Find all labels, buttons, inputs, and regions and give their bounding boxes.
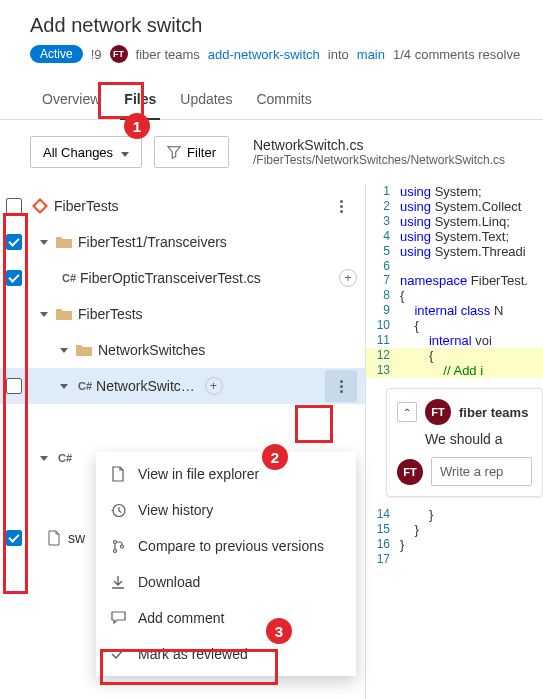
svg-point-3 [120, 545, 123, 548]
source-branch[interactable]: add-network-switch [208, 47, 320, 62]
selected-file-path: /FiberTests/NetworkSwitches/NetworkSwitc… [253, 153, 505, 167]
menu-mark-reviewed[interactable]: Mark as reviewed [96, 636, 356, 672]
code-line: 13 // Add i [366, 363, 543, 378]
filter-button[interactable]: Filter [154, 136, 229, 168]
repo-icon [32, 198, 48, 214]
code-viewer: 1using System;2using System.Collect3usin… [365, 184, 543, 699]
page-title: Add network switch [30, 14, 525, 37]
code-line: 12 { [366, 348, 543, 363]
menu-view-history[interactable]: View history [96, 492, 356, 528]
collapse-button[interactable]: ⌃ [397, 402, 417, 422]
folder-icon [56, 306, 72, 322]
tabs: Overview Files Updates Commits [0, 81, 543, 120]
pr-meta: Active !9 FT fiber teams add-network-swi… [30, 45, 525, 63]
menu-compare[interactable]: Compare to previous versions [96, 528, 356, 564]
chevron-down-icon[interactable] [56, 378, 72, 394]
tree-folder[interactable]: FiberTest1/Transceivers [0, 224, 365, 260]
chevron-down-icon[interactable] [36, 306, 52, 322]
checkbox[interactable] [6, 378, 22, 394]
code-line: 7namespace FiberTest. [366, 273, 543, 288]
code-line: 6 [366, 259, 543, 273]
target-branch[interactable]: main [357, 47, 385, 62]
comment-thread: ⌃ FT fiber teams We should a FT Write a … [386, 388, 543, 497]
tree-root[interactable]: FiberTests [0, 188, 365, 224]
checkbox[interactable] [6, 270, 22, 286]
file-path-block: NetworkSwitch.cs /FiberTests/NetworkSwit… [253, 137, 505, 167]
tab-overview[interactable]: Overview [30, 81, 112, 119]
chevron-down-icon[interactable] [56, 342, 72, 358]
avatar: FT [397, 459, 423, 485]
tree-label: FiberTests [54, 198, 325, 214]
code-line: 14 } [366, 507, 543, 522]
avatar: FT [425, 399, 451, 425]
cs-icon: C# [78, 380, 92, 392]
code-line: 11 internal voi [366, 333, 543, 348]
file-icon [110, 466, 126, 482]
code-line: 16} [366, 537, 543, 552]
filter-icon [167, 145, 181, 159]
tree-folder[interactable]: NetworkSwitches [0, 332, 365, 368]
add-badge: + [205, 377, 223, 395]
tree-label: NetworkSwitch.cs [96, 378, 198, 394]
context-menu: View in file explorer View history Compa… [96, 452, 356, 676]
menu-label: Download [138, 574, 200, 590]
menu-label: Compare to previous versions [138, 538, 324, 554]
folder-icon [56, 234, 72, 250]
code-line: 10 { [366, 318, 543, 333]
chevron-down-icon [119, 145, 129, 160]
tree-file-selected[interactable]: C# NetworkSwitch.cs + [0, 368, 365, 404]
menu-label: Mark as reviewed [138, 646, 248, 662]
chevron-down-icon[interactable] [36, 234, 52, 250]
menu-view-explorer[interactable]: View in file explorer [96, 456, 356, 492]
filter-label: Filter [187, 145, 216, 160]
cs-icon: C# [58, 452, 72, 464]
code-line: 5using System.Threadi [366, 244, 543, 259]
pr-number: !9 [91, 47, 102, 62]
team-name: fiber teams [136, 47, 200, 62]
all-changes-dropdown[interactable]: All Changes [30, 136, 142, 168]
code-line: 3using System.Linq; [366, 214, 543, 229]
tree-label: FiberTest1/Transceivers [78, 234, 357, 250]
menu-label: View in file explorer [138, 466, 259, 482]
tree-folder[interactable]: FiberTests [0, 296, 365, 332]
code-line: 9 internal class N [366, 303, 543, 318]
all-changes-label: All Changes [43, 145, 113, 160]
checkbox[interactable] [6, 198, 22, 214]
comments-status[interactable]: 1/4 comments resolve [393, 47, 520, 62]
code-line: 1using System; [366, 184, 543, 199]
more-button[interactable] [325, 370, 357, 402]
code-line: 8{ [366, 288, 543, 303]
add-badge: + [339, 269, 357, 287]
menu-add-comment[interactable]: Add comment [96, 600, 356, 636]
svg-point-1 [113, 540, 116, 543]
tree-label: FiberTests [78, 306, 357, 322]
menu-label: Add comment [138, 610, 224, 626]
chevron-down-icon[interactable] [36, 450, 52, 466]
menu-label: View history [138, 502, 213, 518]
comment-icon [110, 610, 126, 626]
history-icon [110, 502, 126, 518]
checkbox[interactable] [6, 234, 22, 250]
comment-body: We should a [397, 431, 532, 447]
checkbox[interactable] [6, 530, 22, 546]
svg-point-2 [113, 549, 116, 552]
code-line: 17 [366, 552, 543, 566]
more-button[interactable] [325, 190, 357, 222]
cs-icon: C# [62, 272, 76, 284]
folder-icon [76, 342, 92, 358]
tab-commits[interactable]: Commits [244, 81, 323, 119]
tree-label: FiberOpticTransceiverTest.cs [80, 270, 333, 286]
selected-file-name: NetworkSwitch.cs [253, 137, 505, 153]
status-badge: Active [30, 45, 83, 63]
compare-icon [110, 538, 126, 554]
file-icon [46, 530, 62, 546]
reply-input[interactable]: Write a rep [431, 457, 532, 486]
menu-download[interactable]: Download [96, 564, 356, 600]
tree-file[interactable]: C# FiberOpticTransceiverTest.cs + [0, 260, 365, 296]
comment-author: fiber teams [459, 405, 528, 420]
download-icon [110, 574, 126, 590]
into-label: into [328, 47, 349, 62]
code-line: 2using System.Collect [366, 199, 543, 214]
tab-updates[interactable]: Updates [168, 81, 244, 119]
code-line: 15 } [366, 522, 543, 537]
